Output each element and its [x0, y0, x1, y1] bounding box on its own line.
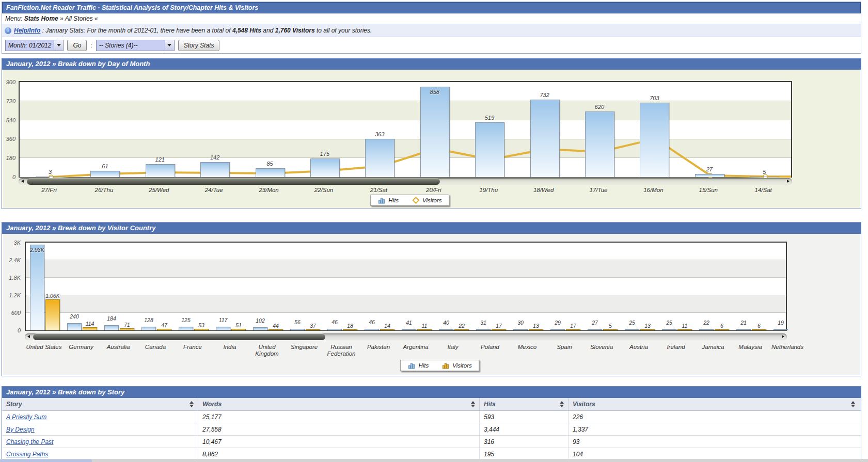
visitors-bar	[454, 329, 469, 330]
column-header-story[interactable]: Story	[2, 398, 198, 410]
x-axis-label: 16/Mon	[630, 187, 676, 193]
bar-chart-gold-icon	[442, 362, 449, 369]
hits-value-label: 27	[691, 166, 728, 172]
x-axis-label: United Kingdom	[248, 344, 286, 357]
country-chart-scrollbar[interactable]	[25, 333, 787, 340]
cell-words: 10,467	[198, 436, 480, 448]
hits-value-label: 5	[746, 169, 782, 175]
scroll-left-icon[interactable]	[27, 335, 30, 338]
column-header-hits[interactable]: Hits	[480, 398, 569, 410]
story-cell: Chasing the Past	[2, 436, 198, 448]
breadcrumb-arrow-right: »	[60, 15, 64, 22]
chevron-down-icon[interactable]	[54, 40, 63, 51]
legend-item: Visitors	[442, 362, 472, 369]
hits-value-label: 175	[307, 151, 343, 157]
hits-bar	[695, 174, 724, 177]
x-axis: 27/Fri26/Thu25/Wed24/Tue23/Mon22/Sun21/S…	[19, 187, 792, 194]
month-select[interactable]: Month: 01/2012	[5, 40, 64, 51]
menu-item-stats-home[interactable]: Stats Home	[24, 15, 58, 22]
hits-value-label: 121	[142, 156, 178, 163]
x-axis-label: Poland	[471, 344, 509, 351]
day-chart-scrollbar[interactable]	[19, 178, 792, 185]
story-stats-button[interactable]: Story Stats	[178, 40, 220, 51]
hits-value-label: 519	[471, 115, 508, 121]
hits-bar	[327, 329, 342, 330]
story-link[interactable]: Chasing the Past	[6, 438, 53, 445]
x-axis-label: Jamaica	[695, 344, 732, 351]
table-row: Chasing the Past10,46731693	[2, 436, 861, 448]
x-axis-label: 15/Sun	[685, 187, 732, 193]
help-text-lead: January Stats: For the month of 2012-01,…	[45, 27, 230, 34]
hits-bar	[513, 329, 528, 330]
help-info-link[interactable]: Help/Info	[14, 27, 40, 34]
story-link[interactable]: By Design	[6, 426, 35, 433]
go-button[interactable]: Go	[67, 40, 87, 51]
x-axis-label: 14/Sat	[740, 187, 786, 193]
visitors-bar	[231, 329, 246, 330]
sort-up-icon	[190, 401, 194, 404]
scroll-right-icon[interactable]	[787, 180, 790, 183]
legend-item: Visitors	[412, 197, 442, 203]
panel-title-story-table: January, 2012 » Break down by Story	[2, 387, 861, 398]
table-body: A Priestly Sum25,177593226By Design27,55…	[2, 411, 861, 460]
scrollbar-thumb[interactable]	[33, 333, 325, 340]
x-axis-label: 17/Tue	[575, 187, 622, 193]
visitors-bar	[343, 329, 357, 330]
story-cell: Crossing Paths	[2, 448, 198, 460]
cell-hits: 3,444	[480, 423, 569, 435]
y-axis-tick: 1.8K	[9, 275, 21, 281]
total-visitors-value: 1,760 Visitors	[275, 27, 315, 34]
sort-icon[interactable]	[471, 401, 475, 407]
legend-label: Visitors	[422, 197, 442, 203]
hits-value-label: 620	[581, 104, 618, 110]
hits-bar	[475, 122, 504, 177]
column-header-words[interactable]: Words	[198, 398, 480, 410]
page-title: FanFiction.Net Reader Traffic - Statisti…	[2, 2, 861, 13]
chevron-down-icon[interactable]	[165, 40, 174, 51]
visitors-bar	[492, 329, 506, 330]
hits-bar	[310, 158, 340, 177]
stories-select[interactable]: -- Stories (4)--	[96, 40, 175, 51]
x-axis-label: Austria	[620, 344, 657, 351]
column-header-visitors[interactable]: Visitors	[569, 398, 859, 410]
table-row: A Priestly Sum25,177593226	[2, 411, 861, 423]
help-info-bar: Help/Info : January Stats: For the month…	[2, 24, 861, 37]
menu-label: Menu:	[5, 15, 22, 22]
cell-visitors: 226	[569, 411, 859, 423]
hits-value-label: 703	[636, 95, 672, 101]
cell-words: 27,558	[198, 423, 480, 435]
hits-bar	[30, 245, 44, 330]
hits-bar	[699, 329, 714, 330]
sort-icon[interactable]	[190, 401, 194, 407]
sort-icon[interactable]	[560, 401, 564, 407]
hits-value-label: 3	[32, 169, 68, 175]
y-axis: 9007205403601800	[2, 82, 17, 177]
scroll-left-icon[interactable]	[21, 180, 24, 183]
country-chart-legend: HitsVisitors	[400, 360, 479, 371]
sort-icon[interactable]	[851, 401, 855, 407]
column-header-label: Hits	[484, 401, 496, 408]
visitors-bar	[566, 329, 580, 330]
hits-bar	[530, 100, 560, 177]
story-link[interactable]: Crossing Paths	[6, 451, 48, 458]
day-chart-plot-area: 36112114285175363858519732620703275	[19, 81, 792, 178]
scrollbar-thumb[interactable]	[27, 178, 440, 185]
hits-bar	[662, 329, 676, 330]
country-chart-plot-area: 2.93K1.06K240114184711284712553117511024…	[25, 242, 787, 331]
breadcrumb-arrow-left: «	[94, 15, 98, 22]
hits-bar	[550, 329, 565, 330]
total-hits-value: 4,548 Hits	[232, 27, 261, 34]
hits-bar	[146, 164, 175, 177]
controls-separator: :	[90, 42, 92, 49]
day-of-month-chart-panel: January, 2012 » Break down by Day of Mon…	[2, 58, 861, 209]
visitors-bar	[380, 329, 394, 330]
hits-bar	[90, 171, 120, 177]
x-axis-label: Netherlands	[769, 344, 806, 351]
cell-visitors: 104	[569, 448, 859, 460]
story-table-panel: January, 2012 » Break down by Story Stor…	[2, 386, 861, 460]
story-link[interactable]: A Priestly Sum	[6, 413, 46, 421]
visitors-bar	[529, 329, 543, 330]
scroll-right-icon[interactable]	[782, 335, 784, 338]
hits-bar	[420, 87, 450, 177]
legend-item: Hits	[408, 362, 429, 369]
